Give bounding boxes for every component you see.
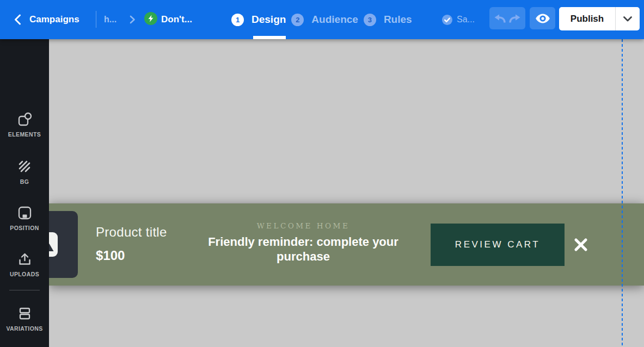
breadcrumb-current[interactable]: Don't... [161,0,192,39]
chevron-down-icon [623,16,632,22]
back-chevron-icon [14,14,21,25]
design-canvas[interactable]: Product title $100 WELCOME HOME Friendly… [49,39,644,347]
redo-icon[interactable] [509,14,521,23]
sidebar-item-label: ELEMENTS [0,131,49,138]
position-icon [17,206,32,220]
banner-close-icon[interactable] [573,237,588,252]
sidebar-item-variations[interactable]: VARIATIONS [0,306,49,332]
step-3-number: 3 [368,16,372,24]
lightning-bolt-icon [148,15,154,22]
sidebar-item-label: VARIATIONS [0,325,49,332]
canvas-guide-line [622,39,623,347]
publish-button[interactable]: Publish [559,7,615,30]
step-1-circle[interactable]: 1 [231,14,244,26]
banner-text-block[interactable]: WELCOME HOME Friendly reminder: complete… [178,221,428,264]
preview-button[interactable] [530,7,555,29]
undo-redo-group [489,7,525,29]
breadcrumb-parent[interactable]: h... [104,0,116,39]
product-price[interactable]: $100 [96,248,125,263]
eye-icon [535,13,550,24]
campaign-type-bolt-badge [144,12,157,25]
sidebar-item-elements[interactable]: ELEMENTS [0,112,49,138]
breadcrumb-chevron-icon [130,0,136,39]
left-toolbar: ELEMENTS BG POSITION [0,39,49,347]
elements-icon [17,112,32,127]
breadcrumb-parent-label: h... [104,15,116,24]
sidebar-item-bg[interactable]: BG [0,159,49,185]
undo-icon[interactable] [494,14,506,23]
breadcrumb-current-label: Don't... [161,14,192,25]
tab-rules[interactable]: Rules [384,14,412,26]
review-cart-button[interactable]: REVIEW CART [431,224,565,266]
publish-dropdown-button[interactable] [616,7,640,30]
bg-hatch-icon [17,159,32,174]
banner-headline[interactable]: Friendly reminder: complete your purchas… [205,234,402,264]
variations-icon [17,306,32,321]
active-tab-underline [253,36,286,39]
tab-audience[interactable]: Audience [311,14,358,26]
sidebar-item-uploads[interactable]: UPLOADS [0,252,49,277]
upload-icon [17,252,32,267]
tab-design[interactable]: Design [252,14,286,26]
step-3-circle[interactable]: 3 [364,14,376,26]
sidebar-item-label: BG [0,178,49,185]
back-to-campaigns-button[interactable]: Campaigns [14,0,79,39]
product-image-placeholder[interactable] [49,211,78,278]
campaign-banner-preview[interactable]: Product title $100 WELCOME HOME Friendly… [49,203,644,286]
wizard-steps: 1 Design 2 Audience 3 Rules [231,0,418,39]
breadcrumb-divider [96,11,96,28]
app-window: Campaigns h... Don't... 1 Design [0,0,644,347]
sidebar-item-label: UPLOADS [0,271,49,277]
top-header: Campaigns h... Don't... 1 Design [0,0,644,39]
sidebar-divider [9,290,40,290]
publish-label: Publish [571,14,604,24]
save-status-label: Sa... [457,15,475,24]
saved-check-icon [442,15,452,25]
back-label: Campaigns [29,14,79,25]
image-placeholder-icon [49,232,58,257]
save-status: Sa... [442,0,475,39]
step-2-number: 2 [296,16,299,24]
sidebar-item-position[interactable]: POSITION [0,206,49,231]
banner-eyebrow[interactable]: WELCOME HOME [178,221,428,230]
product-title[interactable]: Product title [96,225,167,240]
sidebar-item-label: POSITION [0,225,49,231]
step-1-number: 1 [236,16,240,24]
publish-split-button: Publish [559,7,640,30]
step-2-circle[interactable]: 2 [291,14,304,26]
